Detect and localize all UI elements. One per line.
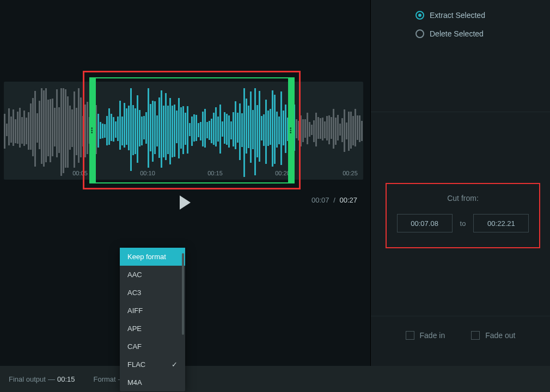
checkbox-icon	[471, 331, 480, 340]
format-option[interactable]: Keep format	[120, 248, 185, 266]
play-button[interactable]	[174, 192, 196, 213]
format-dropdown[interactable]: Keep formatAACAC3AIFFAPECAFFLAC✓M4A	[120, 248, 185, 391]
radio-extract[interactable]: Extract Selected	[415, 11, 485, 20]
radio-icon	[415, 11, 424, 20]
format-option[interactable]: AAC	[120, 266, 185, 284]
cut-to-label: to	[460, 219, 466, 228]
format-option-label: AAC	[127, 266, 142, 284]
cut-range-box-highlight: Cut from: 00:07.08 to 00:22.21	[386, 183, 540, 248]
format-option[interactable]: CAF	[120, 338, 185, 356]
fade-out-checkbox[interactable]: Fade out	[471, 331, 515, 340]
format-option[interactable]: AC3	[120, 284, 185, 302]
radio-delete-label: Delete Selected	[430, 29, 484, 38]
checkbox-icon	[406, 331, 414, 340]
format-option[interactable]: FLAC✓	[120, 356, 185, 373]
bottom-status-bar: Final output — 00:15 Format — —	[0, 366, 550, 392]
fade-out-label: Fade out	[485, 331, 515, 340]
current-time: 00:07	[311, 196, 329, 204]
format-option-label: M4A	[127, 373, 142, 391]
cut-range-row: 00:07.08 to 00:22.21	[387, 214, 539, 232]
format-option-label: APE	[127, 320, 142, 338]
format-option-label: FLAC	[127, 356, 145, 373]
time-readout: 00:07 / 00:27	[311, 196, 357, 204]
timeline-tick: 00:05	[72, 170, 88, 176]
side-divider	[371, 112, 550, 112]
final-output-value: 00:15	[57, 375, 75, 383]
format-option[interactable]: AIFF	[120, 302, 185, 320]
selection-handle-right[interactable]: •••	[288, 77, 295, 183]
waveform-bars	[4, 82, 363, 180]
format-option[interactable]: APE	[120, 320, 185, 338]
format-label: Format	[93, 375, 115, 383]
fade-in-checkbox[interactable]: Fade in	[406, 331, 445, 340]
selection-mode-radios: Extract Selected Delete Selected	[415, 11, 485, 48]
dropdown-scrollbar[interactable]	[182, 253, 184, 335]
time-separator: /	[333, 196, 335, 204]
final-output-label: Final output	[9, 375, 46, 383]
fade-in-label: Fade in	[420, 331, 445, 340]
radio-icon	[415, 29, 424, 38]
format-option-label: AIFF	[127, 302, 143, 320]
side-divider	[371, 316, 550, 316]
editor-main: 00:0500:1000:1500:2000:25 ••• ••• 00:07 …	[0, 0, 370, 381]
side-panel: Extract Selected Delete Selected Cut fro…	[370, 0, 550, 381]
timeline-tick: 00:10	[140, 170, 155, 176]
format-option-label: AC3	[127, 284, 141, 302]
timeline-tick: 00:25	[343, 170, 358, 176]
radio-extract-label: Extract Selected	[430, 11, 485, 20]
cut-from-field[interactable]: 00:07.08	[397, 214, 453, 232]
waveform-track[interactable]: 00:0500:1000:1500:2000:25	[4, 82, 363, 180]
cut-from-label: Cut from:	[387, 194, 539, 203]
radio-delete[interactable]: Delete Selected	[415, 29, 485, 38]
format-option-label: CAF	[127, 338, 142, 356]
format-option-label: Keep format	[127, 248, 166, 266]
play-icon	[180, 195, 191, 210]
cut-to-field[interactable]: 00:22.21	[473, 214, 529, 232]
check-icon: ✓	[172, 356, 178, 373]
timeline-tick: 00:15	[207, 170, 223, 176]
format-option[interactable]: M4A	[120, 373, 185, 391]
selection-handle-left[interactable]: •••	[89, 77, 96, 183]
fade-checkboxes: Fade in Fade out	[371, 331, 550, 340]
dash-icon: —	[48, 375, 55, 383]
total-duration: 00:27	[339, 196, 357, 204]
